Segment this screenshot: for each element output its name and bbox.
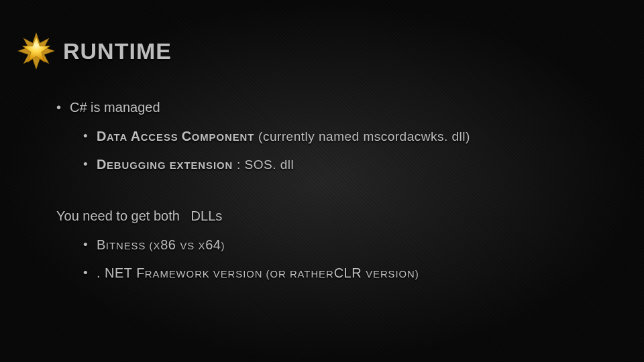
bullet-text: . NET FRAMEWORK VERSION (OR RATHERCLR VE… <box>97 264 419 283</box>
t: A <box>131 129 141 143</box>
bullet-text: BITNESS (X86 VS X64) <box>97 236 225 255</box>
bullet-text: DEBUGGING EXTENSION : SOS. dll <box>97 156 294 174</box>
t: X <box>153 241 160 251</box>
slide-title: RUNTIME <box>63 38 172 64</box>
t: 64 <box>205 237 221 252</box>
t: ATA <box>107 132 131 143</box>
star-icon <box>16 31 56 71</box>
t: ITNESS <box>106 241 150 251</box>
bullet-framework: • . NET FRAMEWORK VERSION (OR RATHERCLR … <box>83 264 617 283</box>
t: RAMEWORK VERSION <box>145 269 266 280</box>
t: NET F <box>105 265 145 280</box>
t: CCESS <box>141 132 182 143</box>
t: ) <box>415 269 419 280</box>
t: D <box>97 129 107 143</box>
t: . <box>97 265 105 280</box>
t: ) <box>221 241 225 251</box>
bullet-text: DATA ACCESS COMPONENT (currently named m… <box>97 127 470 146</box>
t: X <box>198 241 205 251</box>
bullet-icon: • <box>56 98 70 117</box>
bullet-dac: • DATA ACCESS COMPONENT (currently named… <box>83 127 617 146</box>
bullet-text: C# is managed <box>70 98 160 117</box>
t: You need to get both <box>56 208 180 223</box>
slide: RUNTIME • C# is managed • DATA ACCESS CO… <box>0 0 644 362</box>
content-area: • C# is managed • DATA ACCESS COMPONENT … <box>56 98 617 292</box>
t: 86 <box>160 237 180 252</box>
t: EBUGGING EXTENSION <box>107 160 233 171</box>
t: VERSION <box>366 269 415 280</box>
title-row: RUNTIME <box>16 31 172 71</box>
bullet-icon: • <box>83 236 97 255</box>
t: C <box>182 129 192 143</box>
bullet-debug-ext: • DEBUGGING EXTENSION : SOS. dll <box>83 156 617 174</box>
t: CLR <box>334 265 366 280</box>
t: : SOS. dll <box>237 158 294 172</box>
bullet-csharp: • C# is managed <box>56 98 617 117</box>
bullet-icon: • <box>83 156 97 174</box>
bullet-bitness: • BITNESS (X86 VS X64) <box>83 236 617 255</box>
t: B <box>97 237 106 252</box>
bullet-icon: • <box>83 127 97 146</box>
t: DLLs <box>191 208 223 223</box>
t: D <box>97 157 107 172</box>
bullet-icon: • <box>83 264 97 283</box>
t: (currently named mscordacwks. dll) <box>258 129 470 143</box>
t: OR RATHER <box>270 269 334 280</box>
t: OMPONENT <box>192 132 255 143</box>
t: VS <box>180 241 198 251</box>
need-line: You need to get both DLLs <box>56 206 617 225</box>
